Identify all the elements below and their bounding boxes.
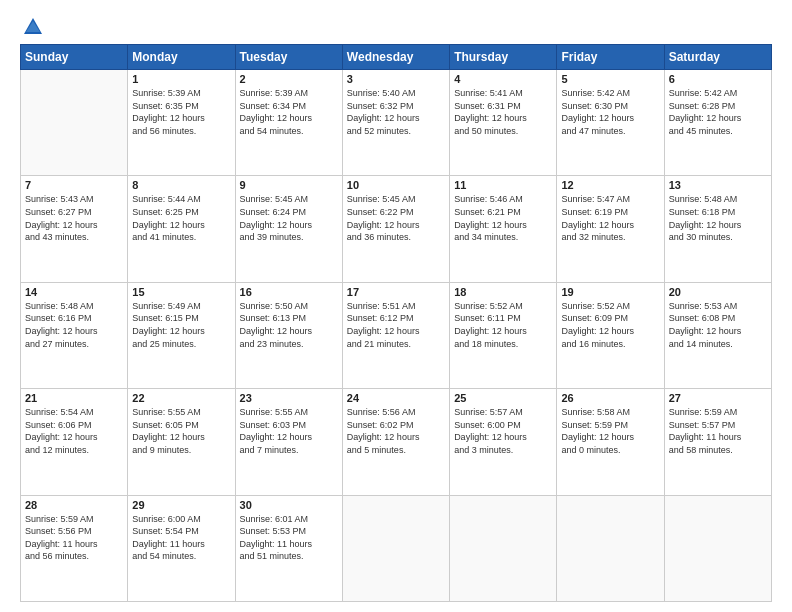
day-number: 26: [561, 392, 659, 404]
day-info: Sunrise: 5:45 AM Sunset: 6:22 PM Dayligh…: [347, 193, 445, 243]
day-number: 1: [132, 73, 230, 85]
week-row-2: 7Sunrise: 5:43 AM Sunset: 6:27 PM Daylig…: [21, 176, 772, 282]
day-number: 10: [347, 179, 445, 191]
day-number: 30: [240, 499, 338, 511]
calendar-cell: 2Sunrise: 5:39 AM Sunset: 6:34 PM Daylig…: [235, 70, 342, 176]
day-info: Sunrise: 5:39 AM Sunset: 6:35 PM Dayligh…: [132, 87, 230, 137]
calendar-cell: [557, 495, 664, 601]
day-info: Sunrise: 5:59 AM Sunset: 5:56 PM Dayligh…: [25, 513, 123, 563]
calendar-cell: 15Sunrise: 5:49 AM Sunset: 6:15 PM Dayli…: [128, 282, 235, 388]
weekday-header-sunday: Sunday: [21, 45, 128, 70]
day-number: 8: [132, 179, 230, 191]
day-info: Sunrise: 5:46 AM Sunset: 6:21 PM Dayligh…: [454, 193, 552, 243]
calendar-cell: 18Sunrise: 5:52 AM Sunset: 6:11 PM Dayli…: [450, 282, 557, 388]
day-info: Sunrise: 5:51 AM Sunset: 6:12 PM Dayligh…: [347, 300, 445, 350]
day-info: Sunrise: 5:41 AM Sunset: 6:31 PM Dayligh…: [454, 87, 552, 137]
calendar-cell: 28Sunrise: 5:59 AM Sunset: 5:56 PM Dayli…: [21, 495, 128, 601]
day-info: Sunrise: 5:48 AM Sunset: 6:16 PM Dayligh…: [25, 300, 123, 350]
day-number: 22: [132, 392, 230, 404]
calendar-cell: 12Sunrise: 5:47 AM Sunset: 6:19 PM Dayli…: [557, 176, 664, 282]
day-info: Sunrise: 5:47 AM Sunset: 6:19 PM Dayligh…: [561, 193, 659, 243]
day-number: 9: [240, 179, 338, 191]
day-info: Sunrise: 5:44 AM Sunset: 6:25 PM Dayligh…: [132, 193, 230, 243]
calendar-cell: 11Sunrise: 5:46 AM Sunset: 6:21 PM Dayli…: [450, 176, 557, 282]
day-number: 19: [561, 286, 659, 298]
week-row-5: 28Sunrise: 5:59 AM Sunset: 5:56 PM Dayli…: [21, 495, 772, 601]
day-number: 12: [561, 179, 659, 191]
day-number: 6: [669, 73, 767, 85]
logo: [20, 16, 44, 34]
week-row-3: 14Sunrise: 5:48 AM Sunset: 6:16 PM Dayli…: [21, 282, 772, 388]
calendar-cell: 13Sunrise: 5:48 AM Sunset: 6:18 PM Dayli…: [664, 176, 771, 282]
day-number: 17: [347, 286, 445, 298]
day-info: Sunrise: 5:59 AM Sunset: 5:57 PM Dayligh…: [669, 406, 767, 456]
week-row-1: 1Sunrise: 5:39 AM Sunset: 6:35 PM Daylig…: [21, 70, 772, 176]
day-info: Sunrise: 6:01 AM Sunset: 5:53 PM Dayligh…: [240, 513, 338, 563]
calendar-cell: 4Sunrise: 5:41 AM Sunset: 6:31 PM Daylig…: [450, 70, 557, 176]
calendar-table: SundayMondayTuesdayWednesdayThursdayFrid…: [20, 44, 772, 602]
calendar-cell: [21, 70, 128, 176]
day-number: 2: [240, 73, 338, 85]
calendar-cell: 30Sunrise: 6:01 AM Sunset: 5:53 PM Dayli…: [235, 495, 342, 601]
day-number: 14: [25, 286, 123, 298]
weekday-header-wednesday: Wednesday: [342, 45, 449, 70]
day-info: Sunrise: 5:42 AM Sunset: 6:30 PM Dayligh…: [561, 87, 659, 137]
day-number: 21: [25, 392, 123, 404]
calendar-cell: 21Sunrise: 5:54 AM Sunset: 6:06 PM Dayli…: [21, 389, 128, 495]
calendar-cell: 5Sunrise: 5:42 AM Sunset: 6:30 PM Daylig…: [557, 70, 664, 176]
calendar-cell: 10Sunrise: 5:45 AM Sunset: 6:22 PM Dayli…: [342, 176, 449, 282]
day-info: Sunrise: 5:57 AM Sunset: 6:00 PM Dayligh…: [454, 406, 552, 456]
calendar-cell: 8Sunrise: 5:44 AM Sunset: 6:25 PM Daylig…: [128, 176, 235, 282]
calendar-cell: [450, 495, 557, 601]
logo-icon: [22, 16, 44, 38]
calendar-cell: 19Sunrise: 5:52 AM Sunset: 6:09 PM Dayli…: [557, 282, 664, 388]
day-number: 4: [454, 73, 552, 85]
calendar-page: SundayMondayTuesdayWednesdayThursdayFrid…: [0, 0, 792, 612]
calendar-cell: 29Sunrise: 6:00 AM Sunset: 5:54 PM Dayli…: [128, 495, 235, 601]
day-number: 25: [454, 392, 552, 404]
calendar-cell: 26Sunrise: 5:58 AM Sunset: 5:59 PM Dayli…: [557, 389, 664, 495]
day-number: 5: [561, 73, 659, 85]
header: [20, 16, 772, 34]
day-info: Sunrise: 5:50 AM Sunset: 6:13 PM Dayligh…: [240, 300, 338, 350]
day-number: 13: [669, 179, 767, 191]
calendar-cell: 16Sunrise: 5:50 AM Sunset: 6:13 PM Dayli…: [235, 282, 342, 388]
day-number: 20: [669, 286, 767, 298]
weekday-header-row: SundayMondayTuesdayWednesdayThursdayFrid…: [21, 45, 772, 70]
day-number: 7: [25, 179, 123, 191]
day-info: Sunrise: 5:42 AM Sunset: 6:28 PM Dayligh…: [669, 87, 767, 137]
calendar-cell: 9Sunrise: 5:45 AM Sunset: 6:24 PM Daylig…: [235, 176, 342, 282]
calendar-cell: [664, 495, 771, 601]
calendar-cell: 14Sunrise: 5:48 AM Sunset: 6:16 PM Dayli…: [21, 282, 128, 388]
day-number: 24: [347, 392, 445, 404]
week-row-4: 21Sunrise: 5:54 AM Sunset: 6:06 PM Dayli…: [21, 389, 772, 495]
day-number: 28: [25, 499, 123, 511]
calendar-cell: 1Sunrise: 5:39 AM Sunset: 6:35 PM Daylig…: [128, 70, 235, 176]
day-number: 3: [347, 73, 445, 85]
calendar-cell: 6Sunrise: 5:42 AM Sunset: 6:28 PM Daylig…: [664, 70, 771, 176]
day-info: Sunrise: 5:39 AM Sunset: 6:34 PM Dayligh…: [240, 87, 338, 137]
day-info: Sunrise: 5:58 AM Sunset: 5:59 PM Dayligh…: [561, 406, 659, 456]
day-number: 11: [454, 179, 552, 191]
day-info: Sunrise: 5:52 AM Sunset: 6:09 PM Dayligh…: [561, 300, 659, 350]
svg-marker-1: [26, 21, 40, 32]
day-info: Sunrise: 5:48 AM Sunset: 6:18 PM Dayligh…: [669, 193, 767, 243]
day-number: 29: [132, 499, 230, 511]
calendar-cell: [342, 495, 449, 601]
calendar-cell: 23Sunrise: 5:55 AM Sunset: 6:03 PM Dayli…: [235, 389, 342, 495]
calendar-cell: 25Sunrise: 5:57 AM Sunset: 6:00 PM Dayli…: [450, 389, 557, 495]
day-info: Sunrise: 5:55 AM Sunset: 6:05 PM Dayligh…: [132, 406, 230, 456]
day-info: Sunrise: 5:56 AM Sunset: 6:02 PM Dayligh…: [347, 406, 445, 456]
calendar-cell: 27Sunrise: 5:59 AM Sunset: 5:57 PM Dayli…: [664, 389, 771, 495]
day-number: 16: [240, 286, 338, 298]
calendar-cell: 3Sunrise: 5:40 AM Sunset: 6:32 PM Daylig…: [342, 70, 449, 176]
day-info: Sunrise: 5:49 AM Sunset: 6:15 PM Dayligh…: [132, 300, 230, 350]
day-number: 23: [240, 392, 338, 404]
weekday-header-monday: Monday: [128, 45, 235, 70]
day-info: Sunrise: 5:55 AM Sunset: 6:03 PM Dayligh…: [240, 406, 338, 456]
day-number: 18: [454, 286, 552, 298]
day-info: Sunrise: 5:54 AM Sunset: 6:06 PM Dayligh…: [25, 406, 123, 456]
weekday-header-saturday: Saturday: [664, 45, 771, 70]
day-info: Sunrise: 5:40 AM Sunset: 6:32 PM Dayligh…: [347, 87, 445, 137]
calendar-cell: 17Sunrise: 5:51 AM Sunset: 6:12 PM Dayli…: [342, 282, 449, 388]
